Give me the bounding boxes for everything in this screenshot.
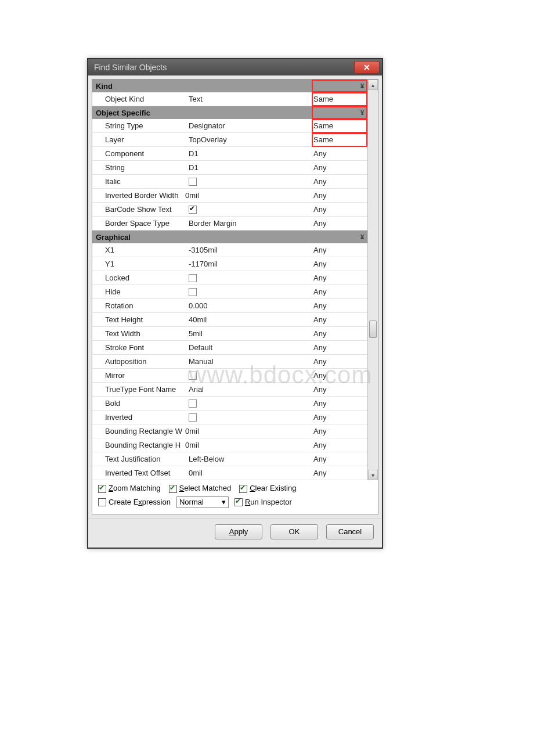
row-bounding-rect-w[interactable]: Bounding Rectangle W 0mil Any xyxy=(92,424,367,438)
zoom-matching-option[interactable]: ZZoom Matchingoom Matching xyxy=(98,484,161,493)
close-button[interactable]: ✕ xyxy=(354,61,380,74)
prop-match[interactable]: Any xyxy=(310,469,365,477)
clear-existing-option[interactable]: Clear Existing xyxy=(239,484,296,493)
scroll-thumb[interactable] xyxy=(369,321,377,338)
scroll-up-icon[interactable]: ▴ xyxy=(368,80,378,90)
prop-match[interactable]: Any xyxy=(310,219,365,228)
section-graphical[interactable]: Graphical ¥ xyxy=(92,231,367,243)
prop-match[interactable]: Any xyxy=(310,273,365,282)
checkbox-create-expression[interactable] xyxy=(98,498,106,506)
row-inverted[interactable]: Inverted Any xyxy=(92,411,367,424)
prop-value[interactable]: Text xyxy=(185,95,310,103)
prop-match[interactable]: Any xyxy=(310,205,365,214)
prop-match[interactable]: Any xyxy=(310,191,365,200)
row-string[interactable]: String D1 Any xyxy=(92,161,367,175)
prop-match[interactable]: Any xyxy=(310,163,365,172)
row-mirror[interactable]: Mirror Any xyxy=(92,369,367,383)
row-layer[interactable]: Layer TopOverlay Same xyxy=(92,133,367,147)
prop-value[interactable]: 0mil xyxy=(182,427,310,435)
prop-match[interactable]: Any xyxy=(310,149,365,158)
select-matched-option[interactable]: Select Matched xyxy=(169,484,232,493)
prop-match[interactable]: Any xyxy=(310,441,365,449)
row-border-space-type[interactable]: Border Space Type Border Margin Any xyxy=(92,217,367,231)
row-autoposition[interactable]: Autoposition Manual Any xyxy=(92,355,367,369)
row-truetype-font-name[interactable]: TrueType Font Name Arial Any xyxy=(92,383,367,397)
prop-value[interactable]: -1170mil xyxy=(185,260,310,268)
row-stroke-font[interactable]: Stroke Font Default Any xyxy=(92,341,367,355)
prop-match[interactable]: Same xyxy=(313,95,333,103)
prop-match[interactable]: Same xyxy=(313,121,333,130)
cancel-button[interactable]: Cancel xyxy=(326,524,374,539)
section-kind[interactable]: Kind ¥ xyxy=(92,80,367,92)
row-object-kind[interactable]: Object Kind Text Same xyxy=(92,92,367,106)
prop-match[interactable]: Any xyxy=(310,343,365,352)
run-inspector-option[interactable]: Run Inspector xyxy=(234,498,292,507)
prop-match[interactable]: Any xyxy=(310,399,365,408)
prop-match[interactable]: Any xyxy=(310,287,365,296)
prop-match[interactable]: Any xyxy=(310,455,365,463)
checkbox-run-inspector[interactable] xyxy=(234,498,243,506)
checkbox-italic[interactable] xyxy=(189,178,197,186)
row-rotation[interactable]: Rotation 0.000 Any xyxy=(92,299,367,313)
row-bold[interactable]: Bold Any xyxy=(92,397,367,411)
prop-value[interactable]: 0mil xyxy=(185,469,310,477)
prop-value[interactable]: Designator xyxy=(185,121,310,130)
row-x1[interactable]: X1 -3105mil Any xyxy=(92,243,367,257)
prop-value[interactable]: 5mil xyxy=(185,329,310,338)
prop-match[interactable]: Any xyxy=(310,357,365,366)
checkbox-barcode-show-text[interactable] xyxy=(189,206,197,214)
row-bounding-rect-h[interactable]: Bounding Rectangle H 0mil Any xyxy=(92,438,367,452)
checkbox-clear-existing[interactable] xyxy=(239,485,247,493)
prop-value[interactable]: Default xyxy=(185,343,310,352)
row-locked[interactable]: Locked Any xyxy=(92,271,367,285)
row-string-type[interactable]: String Type Designator Same xyxy=(92,119,367,133)
prop-value[interactable]: Arial xyxy=(185,385,310,394)
checkbox-zoom-matching[interactable] xyxy=(98,485,106,493)
prop-match[interactable]: Any xyxy=(310,246,365,254)
create-expression-option[interactable]: Create Expression xyxy=(98,498,171,507)
prop-value[interactable]: D1 xyxy=(185,149,310,158)
section-object-specific[interactable]: Object Specific ¥ xyxy=(92,106,367,119)
checkbox-bold[interactable] xyxy=(189,399,197,408)
prop-value[interactable]: 0mil xyxy=(182,441,310,449)
prop-value[interactable]: D1 xyxy=(185,163,310,172)
prop-match[interactable]: Any xyxy=(310,413,365,422)
prop-value[interactable]: TopOverlay xyxy=(185,135,310,144)
checkbox-locked[interactable] xyxy=(189,274,197,282)
row-inverted-border-width[interactable]: Inverted Border Width 0mil Any xyxy=(92,189,367,203)
row-inverted-text-offset[interactable]: Inverted Text Offset 0mil Any xyxy=(92,466,367,480)
checkbox-select-matched[interactable] xyxy=(169,485,177,493)
prop-value[interactable]: 40mil xyxy=(185,315,310,324)
scroll-down-icon[interactable]: ▾ xyxy=(368,470,378,480)
checkbox-hide[interactable] xyxy=(189,288,197,296)
row-text-height[interactable]: Text Height 40mil Any xyxy=(92,313,367,327)
prop-value[interactable]: Left-Below xyxy=(185,455,310,463)
prop-match[interactable]: Any xyxy=(310,329,365,338)
prop-value[interactable]: Manual xyxy=(185,357,310,366)
row-text-width[interactable]: Text Width 5mil Any xyxy=(92,327,367,341)
vertical-scrollbar[interactable]: ▴ ▾ xyxy=(367,80,378,480)
apply-button[interactable]: Apply xyxy=(215,524,262,539)
prop-match[interactable]: Any xyxy=(310,385,365,394)
checkbox-mirror[interactable] xyxy=(189,372,197,380)
ok-button[interactable]: OK xyxy=(270,524,318,539)
row-text-justification[interactable]: Text Justification Left-Below Any xyxy=(92,452,367,466)
prop-value[interactable]: Border Margin xyxy=(185,219,310,228)
row-italic[interactable]: Italic Any xyxy=(92,175,367,189)
row-barcode-show-text[interactable]: BarCode Show Text Any xyxy=(92,203,367,217)
row-hide[interactable]: Hide Any xyxy=(92,285,367,299)
prop-match[interactable]: Any xyxy=(310,371,365,380)
prop-value[interactable]: -3105mil xyxy=(185,246,310,254)
prop-value[interactable]: 0mil xyxy=(182,191,310,200)
prop-match[interactable]: Any xyxy=(310,315,365,324)
prop-match[interactable]: Same xyxy=(313,135,333,144)
checkbox-inverted[interactable] xyxy=(189,413,197,422)
row-component[interactable]: Component D1 Any xyxy=(92,147,367,161)
prop-match[interactable]: Any xyxy=(310,177,365,186)
prop-match[interactable]: Any xyxy=(310,301,365,310)
prop-value[interactable]: 0.000 xyxy=(185,301,310,310)
prop-match[interactable]: Any xyxy=(310,260,365,268)
prop-match[interactable]: Any xyxy=(310,427,365,435)
expression-mode-select[interactable]: Normal ▾ xyxy=(176,496,229,508)
row-y1[interactable]: Y1 -1170mil Any xyxy=(92,257,367,271)
